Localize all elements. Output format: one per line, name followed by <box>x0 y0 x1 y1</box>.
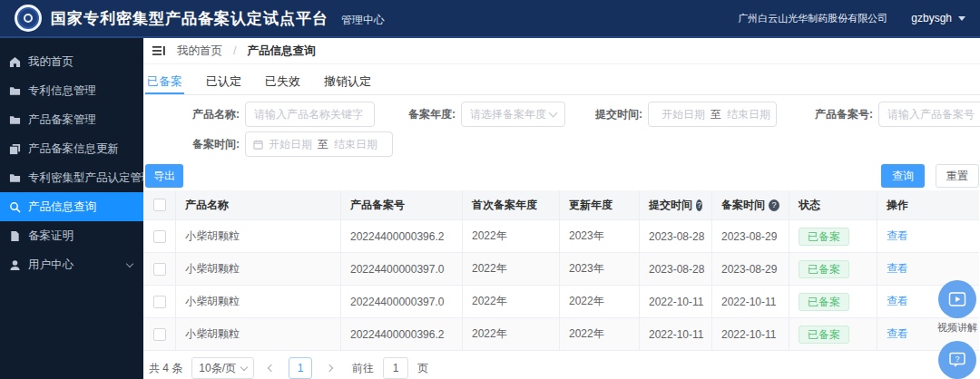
chevron-left-icon <box>268 364 275 372</box>
sidebar-item-filing-update[interactable]: 产品备案信息更新 <box>0 134 143 163</box>
product-name-input[interactable] <box>245 102 375 127</box>
select-chevron-icon <box>240 364 248 371</box>
export-button[interactable]: 导出 <box>145 164 183 188</box>
filing-time-label: 备案时间: <box>192 137 240 152</box>
row-checkbox[interactable] <box>153 296 166 308</box>
reset-button[interactable]: 重置 <box>936 164 979 188</box>
user-menu[interactable]: gzbysgh <box>911 12 965 24</box>
results-table: 产品名称 产品备案号 首次备案年度 更新年度 提交时间 备案时间 状态 操作 小… <box>143 190 979 351</box>
folder-icon <box>9 172 21 184</box>
product-filing-no-label: 产品备案号: <box>815 107 873 122</box>
user-caret-down-icon <box>958 16 965 21</box>
user-icon <box>9 259 21 271</box>
folder-icon <box>9 85 21 97</box>
breadcrumb-home[interactable]: 我的首页 <box>177 44 222 59</box>
tab-filed[interactable]: 已备案 <box>145 64 184 94</box>
row-checkbox[interactable] <box>153 263 166 276</box>
page-unit-label: 页 <box>417 361 428 376</box>
status-badge: 已备案 <box>799 326 849 344</box>
file-icon <box>9 230 21 242</box>
page-size-select[interactable]: 10条/页 <box>191 357 254 379</box>
company-name: 广州白云山光华制药股份有限公司 <box>738 12 887 25</box>
video-guide-button[interactable] <box>938 280 976 318</box>
chevron-down-icon <box>126 260 133 267</box>
filing-year-label: 备案年度: <box>408 107 456 122</box>
info-icon[interactable] <box>696 199 702 211</box>
total-count: 共 4 条 <box>149 361 182 376</box>
status-tabs: 已备案 已认定 已失效 撤销认定 <box>143 64 980 95</box>
col-filing-date: 备案时间 <box>712 190 789 219</box>
goto-page-input[interactable] <box>383 357 408 379</box>
table-row: 小柴胡颗粒 20224400000396.2 2022年 2022年 2022-… <box>143 318 979 351</box>
platform-title: 国家专利密集型产品备案认定试点平台 <box>51 8 328 29</box>
breadcrumb-bar: 我的首页 / 产品信息查询 <box>143 38 980 64</box>
sidebar-item-user-center[interactable]: 用户中心 <box>0 250 143 279</box>
status-badge: 已备案 <box>799 260 849 278</box>
view-link[interactable]: 查看 <box>887 294 908 309</box>
tab-expired[interactable]: 已失效 <box>263 64 302 94</box>
folder-icon <box>9 114 21 126</box>
table-row: 小柴胡颗粒 20224400000397.0 2022年 2022年 2022-… <box>143 286 979 318</box>
table-row: 小柴胡颗粒 20224400000397.0 2022年 2023年 2023-… <box>143 253 979 286</box>
admin-center-label: 管理中心 <box>341 13 385 28</box>
product-filing-no-input[interactable] <box>878 102 980 127</box>
tab-revoked[interactable]: 撤销认定 <box>322 64 373 94</box>
filing-time-range[interactable]: 开始日期 至 结束日期 <box>245 131 393 157</box>
table-header-row: 产品名称 产品备案号 首次备案年度 更新年度 提交时间 备案时间 状态 操作 <box>143 190 979 220</box>
current-page-button[interactable]: 1 <box>289 357 312 379</box>
filing-year-select[interactable]: 请选择备案年度 <box>461 102 565 127</box>
sidebar-item-product-filing[interactable]: 产品备案管理 <box>0 105 143 134</box>
product-name-label: 产品名称: <box>192 107 240 122</box>
chevron-right-icon <box>326 364 333 372</box>
tab-certified[interactable]: 已认定 <box>204 64 243 94</box>
pagination-bar: 共 4 条 10条/页 1 前往 页 <box>149 357 979 379</box>
status-badge: 已备案 <box>799 293 849 311</box>
col-filing-no: 产品备案号 <box>341 190 463 219</box>
select-all-checkbox[interactable] <box>153 199 166 211</box>
home-icon <box>9 56 21 68</box>
next-page-button[interactable] <box>321 357 338 379</box>
collapse-menu-icon[interactable] <box>152 44 166 57</box>
info-icon[interactable] <box>769 199 779 211</box>
app-window: 国家专利密集型产品备案认定试点平台 管理中心 广州白云山光华制药股份有限公司 g… <box>0 0 980 379</box>
sidebar-nav: 我的首页 专利信息管理 产品备案管理 产品备案信息更新 专利密集型产品认定管理 … <box>0 38 143 379</box>
sidebar-item-intensive-cert[interactable]: 专利密集型产品认定管理 <box>0 163 143 192</box>
col-action: 操作 <box>877 190 979 219</box>
view-link[interactable]: 查看 <box>887 326 908 342</box>
table-row: 小柴胡颗粒 20224400000396.2 2022年 2023年 2023-… <box>143 220 979 253</box>
video-guide-label: 视频讲解 <box>936 321 978 335</box>
sidebar-item-product-query[interactable]: 产品信息查询 <box>0 192 143 221</box>
question-bubble-icon: ? <box>948 351 966 369</box>
sidebar-item-patent-info[interactable]: 专利信息管理 <box>0 76 143 105</box>
col-first-year: 首次备案年度 <box>463 190 560 219</box>
goto-label: 前往 <box>352 361 374 376</box>
col-status: 状态 <box>789 190 877 219</box>
status-badge: 已备案 <box>799 228 849 246</box>
calendar-icon <box>253 140 263 150</box>
row-checkbox[interactable] <box>153 230 166 243</box>
search-icon <box>9 201 21 213</box>
col-update-year: 更新年度 <box>560 190 640 219</box>
view-link[interactable]: 查看 <box>887 228 908 244</box>
sidebar-item-home[interactable]: 我的首页 <box>0 47 143 76</box>
select-chevron-icon <box>549 109 558 118</box>
floating-help-group: 视频讲解 ? 问题解答 <box>936 280 978 379</box>
table-toolbar: 导出 查询 重置 <box>143 161 980 190</box>
breadcrumb-separator: / <box>233 44 236 57</box>
col-submit-date: 提交时间 <box>640 190 712 219</box>
platform-logo-icon <box>15 5 42 32</box>
prev-page-button[interactable] <box>263 357 279 379</box>
svg-text:?: ? <box>955 355 959 364</box>
submit-time-label: 提交时间: <box>595 107 642 122</box>
top-header: 国家专利密集型产品备案认定试点平台 管理中心 广州白云山光华制药股份有限公司 g… <box>0 0 980 38</box>
submit-time-range[interactable]: 开始日期 至 结束日期 <box>648 102 777 127</box>
view-link[interactable]: 查看 <box>887 261 908 277</box>
query-button[interactable]: 查询 <box>881 164 925 188</box>
row-checkbox[interactable] <box>153 328 166 341</box>
username: gzbysgh <box>911 12 952 24</box>
video-play-icon <box>948 291 966 307</box>
layers-icon <box>9 143 21 155</box>
sidebar-item-filing-cert[interactable]: 备案证明 <box>0 221 143 250</box>
question-help-button[interactable]: ? <box>938 341 976 379</box>
filter-form: 产品名称: 备案年度: 请选择备案年度 提交时间: 开始日期 至 结束日期 产品… <box>143 95 980 161</box>
